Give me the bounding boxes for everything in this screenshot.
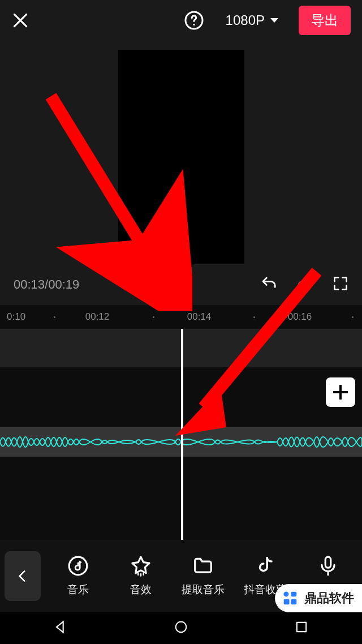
undo-button[interactable] [260,275,277,294]
chevron-down-icon [270,18,278,23]
tool-label: 提取音乐 [182,582,225,597]
douyin-icon [255,555,276,577]
ruler-tick: 00:14 [187,311,212,323]
transport-bar: 00:13/00:19 [0,264,362,305]
watermark-badge: 鼎品软件 [275,584,362,612]
play-button[interactable] [172,274,190,295]
music-note-icon [67,555,89,577]
folder-icon [192,555,214,577]
svg-rect-5 [297,622,306,632]
timecode: 00:13/00:19 [14,277,79,292]
toolbar-back-button[interactable] [5,551,41,601]
video-canvas[interactable] [118,50,244,272]
svg-rect-3 [325,557,331,568]
export-button[interactable]: 导出 [299,6,351,35]
top-bar: 1080P 导出 [0,0,362,41]
fullscreen-button[interactable] [333,276,348,294]
nav-back-button[interactable] [53,619,68,637]
system-nav-bar [0,612,362,644]
nav-home-button[interactable] [173,619,189,637]
tool-label: 音效 [130,582,152,597]
tool-extract-audio[interactable]: 提取音乐 [174,555,232,597]
svg-rect-7 [291,592,296,597]
timeline[interactable]: 0:10 00:12 00:14 00:16 [0,305,362,540]
resolution-dropdown[interactable]: 1080P [217,8,287,33]
svg-point-6 [283,591,288,596]
ruler-tick: 00:12 [85,311,110,323]
playhead[interactable] [181,329,183,540]
watermark-logo-icon [281,589,300,608]
ruler-tick: 00:16 [288,311,312,323]
ruler-tick: 0:10 [7,311,25,323]
total-time: 00:19 [48,277,79,291]
timeline-ruler[interactable]: 0:10 00:12 00:14 00:16 [0,305,362,329]
svg-rect-9 [291,599,296,604]
svg-point-4 [176,622,187,633]
preview-area [0,41,362,264]
svg-rect-8 [284,599,290,604]
star-fx-icon [130,555,152,577]
watermark-text: 鼎品软件 [304,590,354,607]
nav-recents-button[interactable] [294,619,309,637]
close-icon[interactable] [11,11,29,29]
current-time: 00:13 [14,277,45,291]
microphone-icon [317,555,339,577]
add-clip-button[interactable] [326,377,355,407]
tool-sound-fx[interactable]: 音效 [111,555,170,597]
tool-music[interactable]: 音乐 [49,555,107,597]
tool-label: 音乐 [67,582,89,597]
svg-point-1 [193,24,195,26]
help-icon[interactable] [184,10,204,31]
redo-button[interactable] [296,275,313,294]
resolution-label: 1080P [226,12,265,28]
